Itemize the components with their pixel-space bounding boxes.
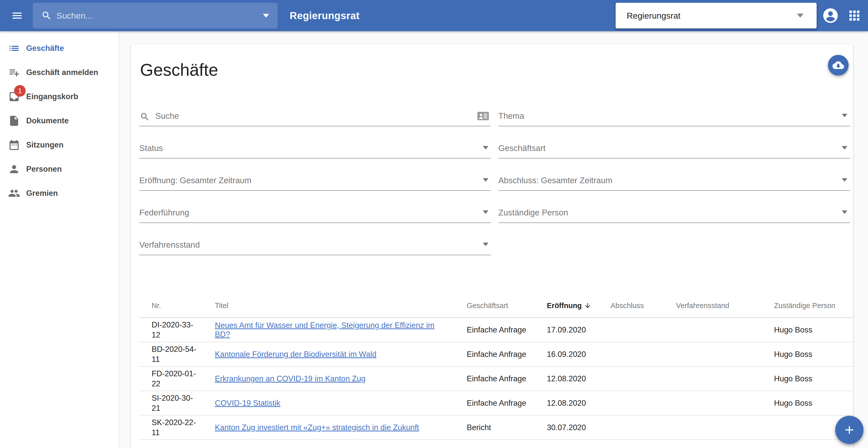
cell-geschaeftsart: Einfache Anfrage <box>455 391 534 415</box>
filter-select-gesch-ftsart[interactable]: Geschäftsart <box>498 126 850 159</box>
chevron-down-icon <box>842 210 847 214</box>
cell-nr: SI-2020-30-21 <box>139 391 203 415</box>
column-header-label: Eröffnung <box>547 302 582 310</box>
filter-select-thema[interactable]: Thema <box>498 94 850 126</box>
filter-select-zust-ndige-person[interactable]: Zuständige Person <box>498 191 850 223</box>
chevron-down-icon <box>483 178 488 182</box>
cell-eroeffnung: 12.08.2020 <box>534 367 598 391</box>
list-icon <box>8 42 20 55</box>
people-icon <box>8 187 20 199</box>
business-title-link[interactable]: COVID-19 Statistik <box>215 399 280 408</box>
cell-geschaeftsart: Bericht <box>455 415 534 440</box>
global-search-input[interactable] <box>56 11 263 21</box>
cell-verfahrensstand <box>664 367 762 391</box>
filter-select-er-ffnung-gesamter-zeitraum[interactable]: Eröffnung: Gesamter Zeitraum <box>139 159 491 191</box>
column-header-gesch-ftsart[interactable]: Geschäftsart <box>455 294 534 318</box>
cell-zustaendige-person: Hugo Boss <box>762 318 853 342</box>
sidebar-item-gesch-fte[interactable]: Geschäfte <box>0 36 119 60</box>
sidebar: GeschäfteGeschäft anmelden1EingangskorbD… <box>0 31 119 448</box>
cell-zustaendige-person: Hugo Boss <box>762 391 853 415</box>
search-icon <box>41 10 52 21</box>
apps-grid-button[interactable] <box>847 8 862 23</box>
sidebar-item-gremien[interactable]: Gremien <box>0 181 119 205</box>
cell-abschluss <box>598 415 664 440</box>
person-icon <box>8 163 20 175</box>
search-icon <box>140 112 150 122</box>
column-header-verfahrensstand[interactable]: Verfahrensstand <box>664 294 762 318</box>
contact-card-icon[interactable] <box>477 110 489 122</box>
table-row: FD-2020-01-22Erkrankungen an COVID-19 im… <box>139 367 853 391</box>
sidebar-item-label: Personen <box>26 165 62 174</box>
add-business-fab[interactable] <box>835 416 864 444</box>
column-header-titel[interactable]: Titel <box>203 294 455 318</box>
cell-titel: COVID-19 Statistik <box>203 391 455 415</box>
cell-abschluss <box>598 342 664 367</box>
cell-verfahrensstand <box>664 318 762 342</box>
cell-zustaendige-person: Hugo Boss <box>762 367 853 391</box>
filter-select-federf-hrung[interactable]: Federführung <box>139 191 491 223</box>
filter-select-label: Federführung <box>139 208 483 222</box>
column-header-zust-ndige-person[interactable]: Zuständige Person <box>762 294 853 318</box>
cell-eroeffnung: 17.09.2020 <box>534 318 598 342</box>
filter-search-input[interactable] <box>155 111 477 126</box>
filter-grid: ThemaStatusGeschäftsartEröffnung: Gesamt… <box>139 94 850 255</box>
cell-zustaendige-person: Hugo Boss <box>762 342 853 367</box>
table-header-row: Nr.TitelGeschäftsartEröffnungAbschlussVe… <box>139 294 853 318</box>
sidebar-item-label: Sitzungen <box>26 140 63 149</box>
column-header-label: Abschluss <box>611 302 644 310</box>
business-title-link[interactable]: Kanton Zug investiert mit «Zug+» strateg… <box>215 423 419 432</box>
business-title-link[interactable]: Neues Amt für Wasser und Energie, Steige… <box>215 321 434 339</box>
unread-count-badge: 1 <box>14 85 26 97</box>
sidebar-item-eingangskorb[interactable]: 1Eingangskorb <box>0 84 119 109</box>
chevron-down-icon <box>483 210 488 214</box>
hamburger-icon <box>11 9 23 22</box>
cell-eroeffnung: 30.07.2020 <box>534 415 598 440</box>
sidebar-item-label: Geschäfte <box>26 44 64 53</box>
table-row: DI-2020-33-12Neues Amt für Wasser und En… <box>139 318 853 342</box>
calendar-icon <box>8 139 20 151</box>
account-button[interactable] <box>822 7 839 24</box>
sidebar-item-gesch-ft-anmelden[interactable]: Geschäft anmelden <box>0 60 119 84</box>
filter-select-status[interactable]: Status <box>139 126 491 159</box>
column-header-er-ffnung[interactable]: Eröffnung <box>534 294 598 318</box>
column-header-nr-[interactable]: Nr. <box>139 294 203 318</box>
column-header-abschluss[interactable]: Abschluss <box>598 294 664 318</box>
filter-select-label: Abschluss: Gesamter Zeitraum <box>498 176 842 190</box>
global-search-box[interactable] <box>33 3 278 28</box>
filter-search-field[interactable] <box>139 94 491 126</box>
business-table: Nr.TitelGeschäftsartEröffnungAbschlussVe… <box>139 294 853 440</box>
sidebar-item-label: Geschäft anmelden <box>26 68 98 77</box>
sidebar-nav: GeschäfteGeschäft anmelden1EingangskorbD… <box>0 36 119 205</box>
sidebar-item-label: Dokumente <box>26 116 69 125</box>
cell-eroeffnung: 16.09.2020 <box>534 342 598 367</box>
chevron-down-icon <box>842 178 847 182</box>
cell-titel: Neues Amt für Wasser und Energie, Steige… <box>203 318 455 342</box>
sidebar-item-label: Gremien <box>26 189 58 198</box>
export-download-button[interactable] <box>828 55 848 75</box>
business-title-link[interactable]: Kantonale Förderung der Biodiversität im… <box>215 350 377 359</box>
cell-titel: Erkrankungen an COVID-19 im Kanton Zug <box>203 367 455 391</box>
cloud-download-icon <box>833 59 844 71</box>
cell-nr: FD-2020-01-22 <box>139 367 203 391</box>
cell-abschluss <box>598 391 664 415</box>
filter-select-label: Zuständige Person <box>498 208 842 222</box>
sidebar-item-personen[interactable]: Personen <box>0 157 119 181</box>
table-row: SI-2020-30-21COVID-19 StatistikEinfache … <box>139 391 853 415</box>
filter-select-abschluss-gesamter-zeitraum[interactable]: Abschluss: Gesamter Zeitraum <box>498 159 850 191</box>
sidebar-item-sitzungen[interactable]: Sitzungen <box>0 133 119 157</box>
cell-geschaeftsart: Einfache Anfrage <box>455 367 534 391</box>
column-header-label: Zuständige Person <box>774 302 835 310</box>
cell-verfahrensstand <box>664 342 762 367</box>
column-header-label: Geschäftsart <box>467 302 508 310</box>
search-scope-caret-icon[interactable] <box>263 14 269 18</box>
chevron-down-icon <box>842 114 847 117</box>
hamburger-menu-button[interactable] <box>11 9 23 22</box>
business-title-link[interactable]: Erkrankungen an COVID-19 im Kanton Zug <box>215 374 366 383</box>
cell-abschluss <box>598 318 664 342</box>
filter-select-label: Eröffnung: Gesamter Zeitraum <box>139 176 483 190</box>
cell-nr: DI-2020-33-12 <box>139 318 203 342</box>
tenant-select[interactable]: Regierungsrat <box>616 3 817 28</box>
chevron-down-icon <box>483 243 488 246</box>
filter-select-verfahrensstand[interactable]: Verfahrensstand <box>139 223 491 255</box>
sidebar-item-dokumente[interactable]: Dokumente <box>0 109 119 133</box>
